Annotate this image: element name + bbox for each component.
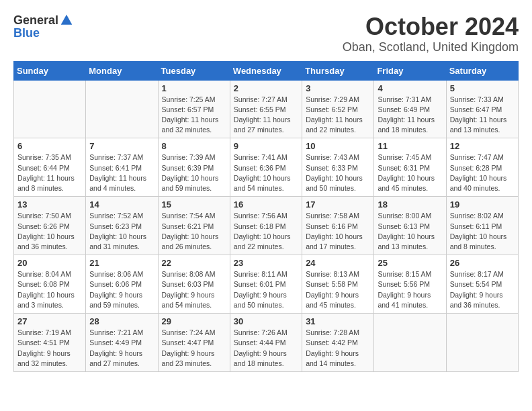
- calendar-week-1: 6Sunrise: 7:35 AM Sunset: 6:44 PM Daylig…: [14, 138, 519, 197]
- day-number: 15: [162, 199, 226, 210]
- calendar-cell: 10Sunrise: 7:43 AM Sunset: 6:33 PM Dayli…: [302, 138, 374, 197]
- day-info: Sunrise: 7:50 AM Sunset: 6:26 PM Dayligh…: [17, 211, 82, 252]
- weekday-header-friday: Friday: [374, 61, 446, 80]
- calendar-cell: 23Sunrise: 8:11 AM Sunset: 6:01 PM Dayli…: [230, 255, 302, 314]
- calendar-cell: 15Sunrise: 7:54 AM Sunset: 6:21 PM Dayli…: [158, 197, 230, 255]
- day-info: Sunrise: 7:37 AM Sunset: 6:41 PM Dayligh…: [89, 152, 154, 193]
- calendar-cell: [86, 80, 158, 138]
- day-info: Sunrise: 7:39 AM Sunset: 6:39 PM Dayligh…: [162, 152, 226, 193]
- weekday-header-saturday: Saturday: [446, 61, 518, 80]
- day-number: 3: [306, 83, 370, 93]
- day-info: Sunrise: 8:11 AM Sunset: 6:01 PM Dayligh…: [234, 269, 298, 310]
- calendar-week-2: 13Sunrise: 7:50 AM Sunset: 6:26 PM Dayli…: [14, 197, 519, 255]
- page-header: General Blue October 2024 Oban, Scotland…: [13, 13, 519, 54]
- calendar-cell: 30Sunrise: 7:26 AM Sunset: 4:44 PM Dayli…: [230, 314, 302, 372]
- day-number: 2: [234, 83, 298, 93]
- day-number: 6: [17, 141, 82, 151]
- weekday-header-tuesday: Tuesday: [158, 61, 230, 80]
- weekday-header-monday: Monday: [86, 61, 158, 80]
- day-number: 31: [306, 316, 370, 326]
- calendar-cell: 2Sunrise: 7:27 AM Sunset: 6:55 PM Daylig…: [230, 80, 302, 138]
- calendar-week-3: 20Sunrise: 8:04 AM Sunset: 6:08 PM Dayli…: [14, 255, 519, 314]
- calendar-cell: [446, 314, 518, 372]
- day-number: 10: [306, 141, 370, 151]
- day-info: Sunrise: 8:02 AM Sunset: 6:11 PM Dayligh…: [450, 211, 515, 252]
- day-info: Sunrise: 7:25 AM Sunset: 6:57 PM Dayligh…: [162, 95, 226, 136]
- day-number: 20: [17, 258, 82, 268]
- calendar-cell: 3Sunrise: 7:29 AM Sunset: 6:52 PM Daylig…: [302, 80, 374, 138]
- day-number: 19: [450, 199, 515, 210]
- day-number: 5: [450, 83, 515, 93]
- calendar-week-0: 1Sunrise: 7:25 AM Sunset: 6:57 PM Daylig…: [14, 80, 519, 138]
- day-number: 23: [234, 258, 298, 268]
- day-number: 1: [162, 83, 226, 93]
- day-number: 12: [450, 141, 515, 151]
- month-title: October 2024: [343, 13, 519, 40]
- day-info: Sunrise: 8:04 AM Sunset: 6:08 PM Dayligh…: [17, 269, 82, 310]
- day-info: Sunrise: 7:27 AM Sunset: 6:55 PM Dayligh…: [234, 95, 298, 136]
- logo-icon: [60, 13, 73, 27]
- day-number: 28: [89, 316, 154, 326]
- day-info: Sunrise: 8:08 AM Sunset: 6:03 PM Dayligh…: [162, 269, 226, 310]
- weekday-header-sunday: Sunday: [14, 61, 86, 80]
- day-info: Sunrise: 8:15 AM Sunset: 5:56 PM Dayligh…: [378, 269, 442, 310]
- day-number: 13: [17, 199, 82, 210]
- day-info: Sunrise: 7:45 AM Sunset: 6:31 PM Dayligh…: [378, 152, 442, 193]
- day-info: Sunrise: 7:26 AM Sunset: 4:44 PM Dayligh…: [234, 328, 298, 369]
- logo-blue-text: Blue: [13, 26, 40, 40]
- day-info: Sunrise: 7:33 AM Sunset: 6:47 PM Dayligh…: [450, 95, 515, 136]
- day-info: Sunrise: 7:43 AM Sunset: 6:33 PM Dayligh…: [306, 152, 370, 193]
- day-number: 29: [162, 316, 226, 326]
- day-info: Sunrise: 7:58 AM Sunset: 6:16 PM Dayligh…: [306, 211, 370, 252]
- day-number: 17: [306, 199, 370, 210]
- calendar-cell: 31Sunrise: 7:28 AM Sunset: 4:42 PM Dayli…: [302, 314, 374, 372]
- day-info: Sunrise: 7:56 AM Sunset: 6:18 PM Dayligh…: [234, 211, 298, 252]
- day-info: Sunrise: 7:54 AM Sunset: 6:21 PM Dayligh…: [162, 211, 226, 252]
- day-number: 11: [378, 141, 442, 151]
- calendar-cell: [14, 80, 86, 138]
- day-number: 25: [378, 258, 442, 268]
- calendar-cell: [374, 314, 446, 372]
- day-info: Sunrise: 7:28 AM Sunset: 4:42 PM Dayligh…: [306, 328, 370, 369]
- day-number: 16: [234, 199, 298, 210]
- logo-general-text: General: [13, 14, 58, 26]
- calendar-table: SundayMondayTuesdayWednesdayThursdayFrid…: [13, 61, 519, 372]
- day-number: 24: [306, 258, 370, 268]
- day-info: Sunrise: 8:06 AM Sunset: 6:06 PM Dayligh…: [89, 269, 154, 310]
- calendar-cell: 7Sunrise: 7:37 AM Sunset: 6:41 PM Daylig…: [86, 138, 158, 197]
- calendar-cell: 14Sunrise: 7:52 AM Sunset: 6:23 PM Dayli…: [86, 197, 158, 255]
- svg-marker-0: [61, 15, 73, 25]
- calendar-cell: 27Sunrise: 7:19 AM Sunset: 4:51 PM Dayli…: [14, 314, 86, 372]
- day-number: 14: [89, 199, 154, 210]
- day-info: Sunrise: 7:41 AM Sunset: 6:36 PM Dayligh…: [234, 152, 298, 193]
- calendar-cell: 21Sunrise: 8:06 AM Sunset: 6:06 PM Dayli…: [86, 255, 158, 314]
- day-info: Sunrise: 7:52 AM Sunset: 6:23 PM Dayligh…: [89, 211, 154, 252]
- location-title: Oban, Scotland, United Kingdom: [343, 40, 519, 54]
- day-number: 22: [162, 258, 226, 268]
- calendar-cell: 16Sunrise: 7:56 AM Sunset: 6:18 PM Dayli…: [230, 197, 302, 255]
- day-info: Sunrise: 8:13 AM Sunset: 5:58 PM Dayligh…: [306, 269, 370, 310]
- day-info: Sunrise: 7:47 AM Sunset: 6:28 PM Dayligh…: [450, 152, 515, 193]
- calendar-cell: 8Sunrise: 7:39 AM Sunset: 6:39 PM Daylig…: [158, 138, 230, 197]
- logo: General Blue: [13, 13, 73, 40]
- calendar-cell: 1Sunrise: 7:25 AM Sunset: 6:57 PM Daylig…: [158, 80, 230, 138]
- calendar-cell: 24Sunrise: 8:13 AM Sunset: 5:58 PM Dayli…: [302, 255, 374, 314]
- day-number: 30: [234, 316, 298, 326]
- day-number: 21: [89, 258, 154, 268]
- calendar-cell: 9Sunrise: 7:41 AM Sunset: 6:36 PM Daylig…: [230, 138, 302, 197]
- day-number: 7: [89, 141, 154, 151]
- day-info: Sunrise: 8:17 AM Sunset: 5:54 PM Dayligh…: [450, 269, 515, 310]
- day-number: 9: [234, 141, 298, 151]
- calendar-cell: 28Sunrise: 7:21 AM Sunset: 4:49 PM Dayli…: [86, 314, 158, 372]
- day-info: Sunrise: 7:35 AM Sunset: 6:44 PM Dayligh…: [17, 152, 82, 193]
- day-info: Sunrise: 7:29 AM Sunset: 6:52 PM Dayligh…: [306, 95, 370, 136]
- calendar-cell: 5Sunrise: 7:33 AM Sunset: 6:47 PM Daylig…: [446, 80, 518, 138]
- calendar-cell: 6Sunrise: 7:35 AM Sunset: 6:44 PM Daylig…: [14, 138, 86, 197]
- calendar-week-4: 27Sunrise: 7:19 AM Sunset: 4:51 PM Dayli…: [14, 314, 519, 372]
- day-number: 18: [378, 199, 442, 210]
- calendar-cell: 18Sunrise: 8:00 AM Sunset: 6:13 PM Dayli…: [374, 197, 446, 255]
- weekday-header-row: SundayMondayTuesdayWednesdayThursdayFrid…: [14, 61, 519, 80]
- calendar-cell: 17Sunrise: 7:58 AM Sunset: 6:16 PM Dayli…: [302, 197, 374, 255]
- day-info: Sunrise: 7:31 AM Sunset: 6:49 PM Dayligh…: [378, 95, 442, 136]
- calendar-cell: 20Sunrise: 8:04 AM Sunset: 6:08 PM Dayli…: [14, 255, 86, 314]
